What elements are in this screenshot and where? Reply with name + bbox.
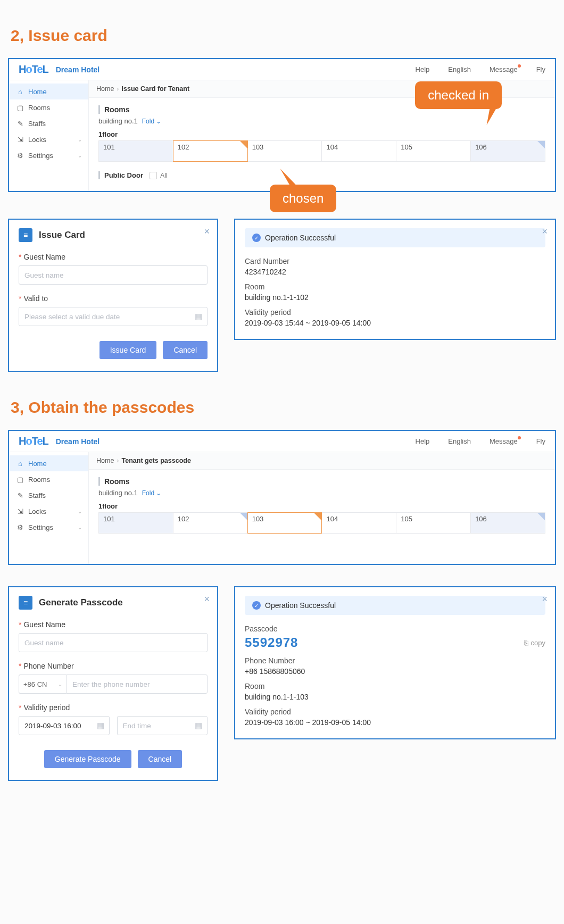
breadcrumb: Home›Tenant gets passcode bbox=[89, 452, 555, 470]
locks-icon: ⇲ bbox=[16, 507, 24, 515]
check-icon: ✓ bbox=[252, 601, 261, 610]
app-header: HoTeL Dream Hotel Help English Message F… bbox=[9, 431, 555, 452]
public-door-label: Public Door bbox=[104, 171, 143, 179]
rooms-icon: ▢ bbox=[16, 104, 24, 112]
section-3-title: 3, Obtain the passcodes bbox=[11, 398, 556, 417]
all-checkbox[interactable] bbox=[150, 172, 157, 179]
generate-passcode-dialog: × ≡ Generate Passcode *Guest Name *Phone… bbox=[8, 586, 218, 781]
sidebar-item-rooms[interactable]: ▢Rooms bbox=[9, 99, 88, 115]
room-cell-101[interactable]: 101 bbox=[98, 512, 173, 534]
notification-dot-icon bbox=[518, 436, 521, 439]
card-number-label: Card Number bbox=[245, 257, 545, 265]
calendar-icon: ▦ bbox=[195, 721, 202, 730]
breadcrumb-home[interactable]: Home bbox=[96, 457, 114, 464]
occupied-corner-icon bbox=[537, 141, 545, 148]
app-screenshot-passcode: HoTeL Dream Hotel Help English Message F… bbox=[8, 430, 556, 565]
validity-period-label: Validity period bbox=[23, 703, 70, 712]
passcode-value: 5592978 bbox=[245, 635, 298, 650]
breadcrumb-current: Issue Card for Tenant bbox=[122, 85, 190, 93]
fold-link[interactable]: Fold ⌄ bbox=[142, 118, 162, 125]
user-link[interactable]: Fly bbox=[536, 65, 545, 73]
room-cell-106[interactable]: 106 bbox=[470, 140, 545, 162]
room-cell-102[interactable]: 102 bbox=[173, 512, 248, 534]
generate-passcode-button[interactable]: Generate Passcode bbox=[44, 750, 131, 768]
breadcrumb-current: Tenant gets passcode bbox=[122, 457, 191, 464]
close-icon[interactable]: × bbox=[542, 594, 548, 605]
country-code-select[interactable]: +86 CN⌄ bbox=[19, 675, 67, 694]
sidebar: ⌂Home ▢Rooms ✎Staffs ⇲Locks⌄ ⚙Settings⌄ bbox=[9, 80, 89, 191]
calendar-icon: ▦ bbox=[97, 721, 104, 730]
phone-label: Phone Number bbox=[245, 656, 545, 665]
room-cell-103[interactable]: 103 bbox=[247, 512, 322, 534]
issue-card-dialog: × ≡ Issue Card *Guest Name *Valid to ▦ I… bbox=[8, 219, 218, 372]
room-row: 101 102 103 104 105 106 bbox=[98, 140, 545, 162]
sidebar-item-locks[interactable]: ⇲Locks⌄ bbox=[9, 503, 88, 519]
dialog-title: Generate Passcode bbox=[39, 597, 123, 608]
logo: HoTeL bbox=[19, 435, 48, 447]
rooms-section-head: Rooms bbox=[98, 477, 545, 486]
fold-link[interactable]: Fold ⌄ bbox=[142, 489, 162, 497]
message-link[interactable]: Message bbox=[490, 437, 518, 445]
chevron-down-icon: ⌄ bbox=[78, 525, 82, 530]
issue-card-result: × ✓ Operation Successful Card Number 423… bbox=[234, 219, 556, 340]
locks-icon: ⇲ bbox=[16, 136, 24, 144]
floor-label: 1floor bbox=[98, 502, 545, 510]
selected-corner-icon bbox=[314, 513, 321, 520]
close-icon[interactable]: × bbox=[204, 226, 210, 237]
staffs-icon: ✎ bbox=[16, 120, 24, 128]
chevron-down-icon: ⌄ bbox=[156, 118, 161, 125]
help-link[interactable]: Help bbox=[416, 65, 430, 73]
occupied-corner-icon bbox=[537, 513, 545, 520]
room-cell-106[interactable]: 106 bbox=[470, 512, 545, 534]
close-icon[interactable]: × bbox=[204, 594, 210, 605]
sidebar-item-home[interactable]: ⌂Home bbox=[9, 455, 88, 471]
cancel-button[interactable]: Cancel bbox=[138, 750, 183, 768]
room-label: Room bbox=[245, 682, 545, 690]
room-cell-105[interactable]: 105 bbox=[396, 140, 471, 162]
section-2-title: 2, Issue card bbox=[11, 27, 556, 45]
sidebar-item-settings[interactable]: ⚙Settings⌄ bbox=[9, 147, 88, 163]
occupied-corner-icon bbox=[240, 513, 247, 520]
room-cell-104[interactable]: 104 bbox=[321, 140, 396, 162]
copy-link[interactable]: ⎘copy bbox=[524, 639, 545, 647]
room-cell-101[interactable]: 101 bbox=[98, 140, 173, 162]
calendar-icon: ▦ bbox=[195, 312, 202, 321]
message-link[interactable]: Message bbox=[490, 65, 518, 73]
sidebar-item-staffs[interactable]: ✎Staffs bbox=[9, 115, 88, 131]
sidebar-item-locks[interactable]: ⇲Locks⌄ bbox=[9, 131, 88, 147]
callout-checked-in: checked in bbox=[415, 81, 502, 109]
sidebar-item-settings[interactable]: ⚙Settings⌄ bbox=[9, 519, 88, 535]
sidebar-item-rooms[interactable]: ▢Rooms bbox=[9, 471, 88, 487]
user-link[interactable]: Fly bbox=[536, 437, 545, 445]
room-cell-104[interactable]: 104 bbox=[321, 512, 396, 534]
valid-to-label: Valid to bbox=[23, 294, 48, 303]
check-icon: ✓ bbox=[252, 234, 261, 242]
hotel-name: Dream Hotel bbox=[56, 437, 99, 446]
validity-label: Validity period bbox=[245, 707, 545, 716]
help-link[interactable]: Help bbox=[416, 437, 430, 445]
cancel-button[interactable]: Cancel bbox=[163, 341, 208, 359]
guest-name-label: Guest Name bbox=[23, 253, 65, 261]
settings-icon: ⚙ bbox=[16, 152, 24, 160]
start-time-input[interactable] bbox=[19, 716, 110, 735]
close-icon[interactable]: × bbox=[542, 226, 548, 237]
chevron-down-icon: ⌄ bbox=[58, 681, 62, 687]
language-link[interactable]: English bbox=[448, 437, 471, 445]
chevron-down-icon: ⌄ bbox=[156, 489, 161, 497]
end-time-input[interactable] bbox=[117, 716, 208, 735]
room-cell-105[interactable]: 105 bbox=[396, 512, 471, 534]
validity-label: Validity period bbox=[245, 308, 545, 317]
guest-name-input[interactable] bbox=[19, 265, 208, 285]
language-link[interactable]: English bbox=[448, 65, 471, 73]
room-cell-103[interactable]: 103 bbox=[247, 140, 322, 162]
valid-to-input[interactable] bbox=[19, 307, 208, 326]
callout-chosen: chosen bbox=[270, 185, 336, 212]
phone-input[interactable] bbox=[67, 675, 208, 694]
breadcrumb-home[interactable]: Home bbox=[96, 85, 114, 93]
sidebar-item-home[interactable]: ⌂Home bbox=[9, 84, 88, 99]
room-cell-102[interactable]: 102 bbox=[173, 140, 248, 162]
sidebar-item-staffs[interactable]: ✎Staffs bbox=[9, 487, 88, 503]
guest-name-input[interactable] bbox=[19, 633, 208, 652]
issue-card-button[interactable]: Issue Card bbox=[99, 341, 157, 359]
phone-number-label: Phone Number bbox=[23, 662, 73, 670]
